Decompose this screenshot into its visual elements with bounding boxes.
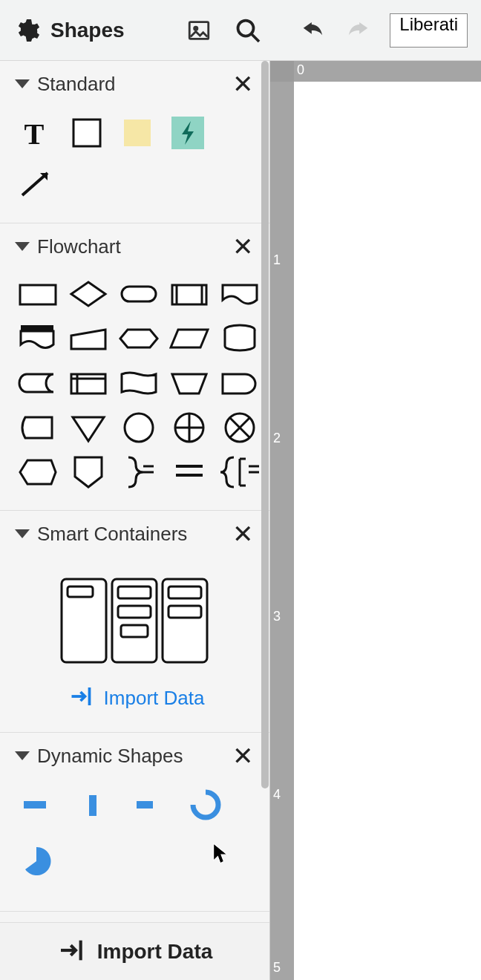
smart-container-preview[interactable] bbox=[16, 563, 256, 665]
section-body-dynamic-shapes bbox=[0, 777, 269, 911]
pie-slice-icon[interactable] bbox=[16, 841, 56, 881]
close-icon[interactable]: ✕ bbox=[229, 521, 256, 546]
database-shape-icon[interactable] bbox=[218, 320, 261, 357]
manual-operation-shape-icon[interactable] bbox=[168, 365, 211, 402]
sidebar-scroll: Standard ✕ T bbox=[0, 61, 269, 979]
close-icon[interactable]: ✕ bbox=[229, 234, 256, 259]
svg-text:T: T bbox=[24, 117, 45, 149]
svg-marker-18 bbox=[120, 330, 157, 347]
section-title-dynamic-shapes: Dynamic Shapes bbox=[37, 745, 229, 768]
delay-shape-icon[interactable] bbox=[218, 365, 261, 402]
font-family-value: Liberati bbox=[399, 14, 458, 34]
terminator-shape-icon[interactable] bbox=[117, 275, 160, 313]
preparation-shape-icon[interactable] bbox=[117, 320, 160, 357]
ruler-vertical: 1 2 3 4 5 bbox=[270, 82, 294, 980]
svg-rect-51 bbox=[137, 801, 153, 808]
undo-icon[interactable] bbox=[298, 14, 330, 47]
svg-marker-19 bbox=[171, 330, 208, 347]
display-shape-icon[interactable] bbox=[117, 365, 160, 402]
topbar-right: Liberati bbox=[298, 13, 468, 48]
svg-marker-11 bbox=[71, 282, 105, 306]
workspace: Standard ✕ T bbox=[0, 61, 481, 980]
dynamic-shapes-row bbox=[16, 785, 256, 881]
ruler-v-tick-2: 2 bbox=[273, 431, 281, 446]
ruler-v-tick-4: 4 bbox=[273, 787, 281, 803]
offpage-down-icon[interactable] bbox=[67, 454, 110, 491]
svg-rect-12 bbox=[122, 287, 156, 301]
svg-rect-6 bbox=[124, 120, 151, 146]
svg-point-26 bbox=[125, 414, 153, 442]
canvas-area[interactable]: 0 1 2 3 4 5 bbox=[270, 61, 481, 980]
document-shape-icon[interactable] bbox=[218, 275, 261, 313]
svg-marker-24 bbox=[172, 374, 206, 393]
section-standard: Standard ✕ T bbox=[0, 61, 269, 223]
merge-shape-icon[interactable] bbox=[67, 409, 110, 446]
ruler-horizontal: 0 bbox=[294, 61, 481, 82]
connector-circle-icon[interactable] bbox=[117, 409, 160, 446]
import-data-link[interactable]: Import Data bbox=[16, 683, 256, 713]
svg-marker-33 bbox=[20, 460, 56, 484]
svg-rect-5 bbox=[73, 120, 100, 146]
ruler-v-tick-3: 3 bbox=[273, 609, 281, 624]
text-tool-icon[interactable]: T bbox=[16, 113, 56, 153]
close-icon[interactable]: ✕ bbox=[229, 71, 256, 97]
image-icon[interactable] bbox=[183, 14, 215, 47]
or-junction-icon[interactable] bbox=[218, 409, 261, 446]
lightning-icon[interactable] bbox=[168, 113, 208, 153]
donut-arc-icon[interactable] bbox=[186, 785, 226, 825]
ruler-h-tick-0: 0 bbox=[297, 62, 304, 78]
svg-point-1 bbox=[194, 27, 197, 30]
undo-redo-group bbox=[298, 14, 373, 47]
font-family-select[interactable]: Liberati bbox=[390, 13, 468, 48]
section-header-smart-containers[interactable]: Smart Containers ✕ bbox=[0, 511, 269, 555]
import-icon bbox=[68, 683, 95, 713]
brace-right-icon[interactable] bbox=[117, 454, 160, 491]
standard-shape-row: T bbox=[16, 113, 256, 203]
section-title-flowchart: Flowchart bbox=[37, 235, 229, 258]
section-flowchart: Flowchart ✕ bbox=[0, 223, 269, 511]
canvas-page[interactable] bbox=[294, 82, 481, 980]
search-icon[interactable] bbox=[232, 14, 264, 47]
data-io-shape-icon[interactable] bbox=[168, 320, 211, 357]
scrollbar-thumb[interactable] bbox=[261, 61, 269, 788]
summing-junction-icon[interactable] bbox=[168, 409, 211, 446]
bar-horizontal-icon[interactable] bbox=[16, 785, 56, 825]
caret-down-icon bbox=[15, 751, 30, 760]
section-dynamic-shapes: Dynamic Shapes ✕ bbox=[0, 733, 269, 912]
parallel-lines-icon[interactable] bbox=[168, 454, 211, 491]
gear-icon[interactable] bbox=[13, 17, 40, 44]
import-icon bbox=[57, 935, 87, 968]
process-shape-icon[interactable] bbox=[16, 275, 59, 313]
svg-marker-25 bbox=[73, 417, 104, 441]
import-data-button[interactable]: Import Data bbox=[0, 922, 269, 980]
hexagon-tag-icon[interactable] bbox=[16, 454, 59, 491]
section-body-standard: T bbox=[0, 105, 269, 223]
sticky-note-icon[interactable] bbox=[117, 113, 157, 153]
topbar-left: Shapes bbox=[13, 17, 125, 44]
manual-input-shape-icon[interactable] bbox=[67, 320, 110, 357]
svg-rect-49 bbox=[24, 801, 46, 808]
shapes-sidebar: Standard ✕ T bbox=[0, 61, 270, 980]
brace-left-bracket-icon[interactable] bbox=[218, 454, 261, 491]
close-icon[interactable]: ✕ bbox=[229, 743, 256, 768]
stored-data-shape-icon[interactable] bbox=[16, 365, 59, 402]
predefined-process-shape-icon[interactable] bbox=[168, 275, 211, 313]
multi-document-shape-icon[interactable] bbox=[16, 320, 59, 357]
section-title-standard: Standard bbox=[37, 73, 229, 96]
shapes-panel-title: Shapes bbox=[50, 19, 125, 42]
caret-down-icon bbox=[15, 79, 30, 88]
decision-shape-icon[interactable] bbox=[67, 275, 110, 313]
section-header-dynamic-shapes[interactable]: Dynamic Shapes ✕ bbox=[0, 733, 269, 777]
import-data-label: Import Data bbox=[104, 687, 205, 710]
bar-vertical-icon[interactable] bbox=[73, 785, 113, 825]
section-header-flowchart[interactable]: Flowchart ✕ bbox=[0, 223, 269, 268]
offpage-connector-shape-icon[interactable] bbox=[16, 409, 59, 446]
section-smart-containers: Smart Containers ✕ bbox=[0, 511, 269, 733]
internal-storage-shape-icon[interactable] bbox=[67, 365, 110, 402]
bar-short-icon[interactable] bbox=[129, 785, 169, 825]
arrow-icon[interactable] bbox=[16, 163, 56, 203]
redo-icon[interactable] bbox=[341, 14, 373, 47]
rectangle-shape-icon[interactable] bbox=[67, 113, 107, 153]
section-body-flowchart bbox=[0, 268, 269, 510]
section-header-standard[interactable]: Standard ✕ bbox=[0, 61, 269, 105]
